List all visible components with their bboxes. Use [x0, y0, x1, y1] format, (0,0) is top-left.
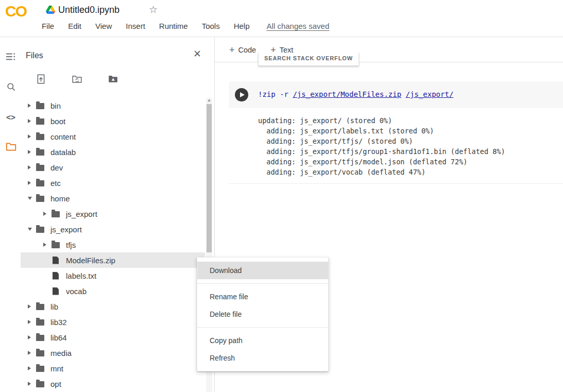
file-icon — [53, 287, 59, 295]
expand-arrow-icon[interactable] — [28, 150, 31, 154]
tree-item-lib[interactable]: lib — [21, 299, 205, 314]
tree-item-opt[interactable]: opt — [21, 376, 205, 391]
expand-arrow-icon[interactable] — [28, 165, 31, 169]
folder-icon — [36, 381, 44, 387]
tree-item-js_export[interactable]: js_export — [21, 221, 205, 237]
folder-icon — [36, 196, 44, 202]
folder-icon — [36, 304, 44, 310]
plus-icon: + — [229, 45, 235, 55]
expand-arrow-icon[interactable] — [28, 351, 31, 355]
menu-bar: File Edit View Insert Runtime Tools Help… — [42, 22, 329, 30]
tree-item-tfjs[interactable]: tfjs — [21, 237, 205, 252]
notebook-title[interactable]: Untitled0.ipynb — [58, 5, 120, 15]
tree-item-label: dev — [50, 163, 63, 172]
folder-icon — [52, 242, 60, 248]
files-folder-icon-active[interactable] — [5, 141, 17, 153]
menu-edit[interactable]: Edit — [68, 22, 81, 30]
tree-item-label: opt — [50, 380, 61, 388]
tree-item-lib64[interactable]: lib64 — [21, 330, 205, 345]
tree-item-modelfiles-zip[interactable]: ModelFiles.zip — [21, 252, 205, 268]
folder-icon — [36, 165, 44, 171]
collapse-arrow-icon[interactable] — [28, 228, 32, 231]
run-cell-button[interactable] — [235, 88, 248, 101]
expand-arrow-icon[interactable] — [28, 304, 31, 309]
expand-arrow-icon[interactable] — [28, 335, 31, 339]
tree-item-label: datalab — [50, 148, 76, 157]
code-cell: !zip -r /js_export/ModelFiles.zip /js_ex… — [229, 81, 563, 184]
expand-arrow-icon[interactable] — [28, 366, 31, 370]
code-path-link[interactable]: /js_export/ — [406, 90, 454, 98]
tree-item-etc[interactable]: etc — [21, 175, 205, 191]
output-line: adding: js_export/vocab (deflated 47%) — [258, 167, 563, 177]
refresh-folder-icon[interactable] — [70, 73, 83, 85]
tree-item-labels-txt[interactable]: labels.txt — [21, 268, 205, 283]
table-of-contents-icon[interactable] — [5, 50, 17, 63]
output-line: updating: js_export/ (stored 0%) — [258, 115, 563, 126]
colab-logo[interactable]: CO — [5, 3, 26, 20]
tree-item-vocab[interactable]: vocab — [21, 283, 205, 299]
code-snippets-icon[interactable]: <> — [5, 111, 17, 124]
star-icon[interactable]: ☆ — [149, 4, 158, 15]
expand-arrow-icon[interactable] — [28, 320, 31, 324]
tree-item-content[interactable]: content — [21, 129, 205, 144]
cell-output: updating: js_export/ (stored 0%) adding:… — [229, 108, 563, 184]
output-line: adding: js_export/tfjs/model.json (defla… — [258, 157, 563, 167]
tree-item-label: content — [50, 132, 76, 141]
code-text: !zip -r — [258, 90, 293, 98]
tree-item-label: ModelFiles.zip — [66, 256, 115, 265]
tree-item-home[interactable]: home — [21, 191, 205, 206]
expand-arrow-icon[interactable] — [28, 119, 31, 123]
expand-arrow-icon[interactable] — [28, 104, 31, 108]
tree-item-datalab[interactable]: datalab — [21, 144, 205, 160]
menu-divider — [197, 283, 328, 284]
menu-divider — [197, 327, 328, 328]
tree-item-dev[interactable]: dev — [21, 160, 205, 175]
folder-icon — [36, 319, 44, 326]
scrollbar-thumb[interactable] — [207, 104, 212, 252]
folder-icon — [52, 211, 60, 217]
tree-item-lib32[interactable]: lib32 — [21, 314, 205, 330]
tree-item-label: lib — [50, 302, 58, 311]
file-context-menu: Download Rename file Delete file Copy pa… — [197, 257, 329, 371]
context-menu-download[interactable]: Download — [197, 262, 328, 279]
files-panel-title: Files — [26, 51, 43, 60]
expand-arrow-icon[interactable] — [28, 382, 31, 386]
tree-item-boot[interactable]: boot — [21, 113, 205, 129]
code-path-link[interactable]: /js_export/ModelFiles.zip — [293, 90, 401, 98]
tree-item-js_export-home[interactable]: js_export — [21, 206, 205, 221]
save-status[interactable]: All changes saved — [267, 22, 330, 30]
collapse-arrow-icon[interactable] — [28, 197, 32, 200]
expand-arrow-icon[interactable] — [28, 134, 31, 139]
expand-arrow-icon[interactable] — [43, 212, 46, 216]
context-menu-copy-path[interactable]: Copy path — [197, 332, 328, 349]
code-cell-editor[interactable]: !zip -r /js_export/ModelFiles.zip /js_ex… — [229, 81, 563, 108]
expand-arrow-icon[interactable] — [43, 243, 46, 247]
tree-item-label: boot — [50, 117, 65, 126]
menu-tools[interactable]: Tools — [202, 22, 220, 30]
tree-item-label: bin — [50, 101, 61, 110]
search-stack-overflow-button[interactable]: SEARCH STACK OVERFLOW — [258, 53, 359, 66]
tree-item-mnt[interactable]: mnt — [21, 361, 205, 376]
file-icon — [53, 272, 59, 280]
expand-arrow-icon[interactable] — [28, 181, 31, 185]
menu-insert[interactable]: Insert — [126, 22, 145, 30]
tree-item-bin[interactable]: bin — [21, 98, 205, 113]
tree-item-media[interactable]: media — [21, 345, 205, 361]
menu-view[interactable]: View — [95, 22, 112, 30]
close-icon[interactable]: ✕ — [193, 48, 201, 60]
menu-file[interactable]: File — [42, 22, 54, 30]
code-line[interactable]: !zip -r /js_export/ModelFiles.zip /js_ex… — [258, 90, 453, 98]
add-code-button[interactable]: + Code — [229, 45, 256, 55]
context-menu-refresh[interactable]: Refresh — [197, 349, 328, 367]
search-icon[interactable] — [5, 80, 17, 93]
scroll-up-arrow-icon[interactable] — [208, 99, 211, 101]
left-icon-rail: <> — [0, 38, 21, 392]
menu-runtime[interactable]: Runtime — [159, 22, 188, 30]
folder-icon — [36, 149, 44, 156]
upload-icon[interactable] — [34, 73, 47, 85]
context-menu-rename-file[interactable]: Rename file — [197, 288, 328, 305]
mount-drive-icon[interactable] — [106, 73, 120, 85]
menu-help[interactable]: Help — [234, 22, 250, 30]
context-menu-delete-file[interactable]: Delete file — [197, 305, 328, 323]
tree-item-label: vocab — [66, 287, 87, 296]
